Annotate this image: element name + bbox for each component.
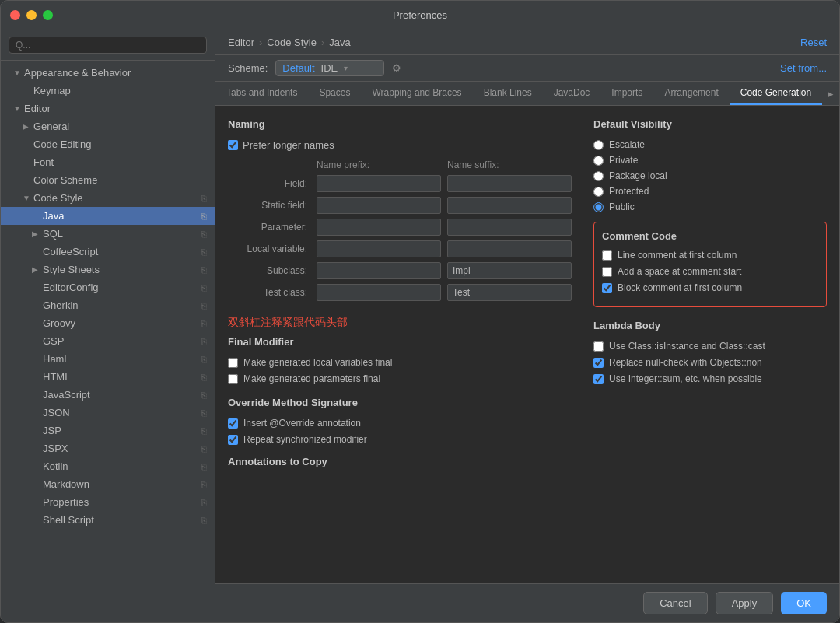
arrow-icon: ▼	[13, 104, 21, 113]
apply-button[interactable]: Apply	[716, 592, 774, 614]
block-comment-first-column-checkbox[interactable]	[602, 283, 612, 293]
visibility-escalate-radio[interactable]	[593, 140, 604, 150]
sidebar-item-appearance[interactable]: ▼ Appearance & Behavior	[1, 64, 215, 82]
sidebar-item-coffeescript[interactable]: CoffeeScript ⎘	[1, 243, 215, 261]
override-title: Override Method Signature	[228, 397, 575, 408]
visibility-public-radio[interactable]	[593, 202, 604, 212]
sidebar-item-jspx[interactable]: JSPX ⎘	[1, 439, 215, 457]
test-class-suffix-input[interactable]	[447, 284, 572, 301]
sidebar-item-javascript[interactable]: JavaScript ⎘	[1, 386, 215, 404]
sidebar-item-properties[interactable]: Properties ⎘	[1, 493, 215, 511]
sidebar-item-kotlin[interactable]: Kotlin ⎘	[1, 457, 215, 475]
final-local-variables-checkbox[interactable]	[228, 358, 238, 368]
visibility-private-radio[interactable]	[593, 156, 604, 166]
tab-more-button[interactable]: ▸	[822, 82, 839, 105]
chinese-annotation: 双斜杠注释紧跟代码头部	[228, 316, 575, 330]
static-field-prefix-input[interactable]	[317, 197, 441, 214]
reset-button[interactable]: Reset	[800, 37, 827, 48]
sidebar-item-gherkin[interactable]: Gherkin ⎘	[1, 296, 215, 314]
field-prefix-input[interactable]	[317, 175, 441, 192]
sidebar-item-editor[interactable]: ▼ Editor	[1, 100, 215, 117]
sidebar-item-label: Color Scheme	[33, 174, 97, 186]
visibility-radio-group: Escalate Private Package local Prot	[593, 139, 827, 212]
static-field-suffix-input[interactable]	[447, 197, 572, 214]
sidebar-item-markdown[interactable]: Markdown ⎘	[1, 475, 215, 493]
lambda-isinstance-checkbox[interactable]	[593, 341, 604, 352]
block-comment-first-column-label: Block comment at first column	[618, 282, 742, 293]
sidebar-item-haml[interactable]: Haml ⎘	[1, 350, 215, 368]
line-comment-first-column-checkbox[interactable]	[602, 250, 612, 261]
lambda-nullcheck-label: Replace null-check with Objects::non	[609, 357, 762, 368]
naming-title: Naming	[228, 118, 575, 130]
tabs-bar: Tabs and Indents Spaces Wrapping and Bra…	[215, 82, 839, 106]
sidebar-item-shell-script[interactable]: Shell Script ⎘	[1, 511, 215, 529]
final-parameters-checkbox[interactable]	[228, 374, 238, 384]
tab-imports[interactable]: Imports	[600, 82, 653, 105]
tab-code-generation[interactable]: Code Generation	[730, 82, 822, 105]
field-suffix-input[interactable]	[447, 175, 572, 192]
visibility-escalate-label: Escalate	[609, 139, 645, 150]
sidebar-item-editorconfig[interactable]: EditorConfig ⎘	[1, 278, 215, 296]
scheme-select[interactable]: Default IDE ▾	[275, 60, 384, 76]
visibility-protected-radio[interactable]	[593, 187, 604, 197]
ok-button[interactable]: OK	[781, 592, 827, 614]
close-button[interactable]	[10, 10, 20, 20]
tab-tabs-indents[interactable]: Tabs and Indents	[215, 82, 308, 105]
table-row: Field:	[228, 173, 575, 194]
sidebar-item-style-sheets[interactable]: ▶ Style Sheets ⎘	[1, 261, 215, 278]
lambda-integersum-checkbox[interactable]	[593, 374, 604, 384]
maximize-button[interactable]	[43, 10, 53, 20]
tab-wrapping[interactable]: Wrapping and Braces	[361, 82, 472, 105]
parameter-prefix-input[interactable]	[317, 219, 441, 236]
repeat-synchronized-checkbox[interactable]	[228, 435, 238, 445]
sidebar-item-label: Java	[43, 210, 64, 222]
sidebar-item-groovy[interactable]: Groovy ⎘	[1, 314, 215, 332]
tab-arrangement[interactable]: Arrangement	[653, 82, 729, 105]
add-space-comment-checkbox[interactable]	[602, 267, 612, 277]
local-variable-suffix-input[interactable]	[447, 240, 572, 257]
gear-icon[interactable]: ⚙	[392, 62, 401, 74]
test-class-prefix-input[interactable]	[317, 284, 441, 301]
cancel-button[interactable]: Cancel	[643, 592, 707, 614]
local-variable-prefix-input[interactable]	[317, 240, 441, 257]
sidebar-item-color-scheme[interactable]: Color Scheme	[1, 171, 215, 189]
sidebar-item-general[interactable]: ▶ General	[1, 117, 215, 135]
prefer-longer-names-checkbox[interactable]	[228, 140, 238, 150]
copy-icon: ⎘	[201, 301, 207, 310]
main-layout: ▼ Appearance & Behavior Keymap ▼ Editor …	[1, 30, 839, 622]
arrow-icon: ▼	[13, 68, 21, 77]
sidebar-item-code-style[interactable]: ▼ Code Style ⎘	[1, 189, 215, 207]
right-panel: Default Visibility Escalate Private P	[593, 118, 827, 571]
sidebar-item-jsp[interactable]: JSP ⎘	[1, 422, 215, 439]
sidebar-item-json[interactable]: JSON ⎘	[1, 404, 215, 422]
search-input[interactable]	[9, 37, 207, 54]
sidebar-item-font[interactable]: Font	[1, 153, 215, 171]
tab-javadoc[interactable]: JavaDoc	[543, 82, 601, 105]
tab-spaces[interactable]: Spaces	[308, 82, 361, 105]
subclass-suffix-input[interactable]	[447, 262, 572, 279]
titlebar: Preferences	[1, 1, 839, 30]
lambda-nullcheck-checkbox[interactable]	[593, 358, 604, 368]
tab-blank-lines[interactable]: Blank Lines	[473, 82, 543, 105]
repeat-synchronized-label: Repeat synchronized modifier	[243, 434, 367, 445]
override-annotation-checkbox[interactable]	[228, 418, 238, 429]
sidebar-item-keymap[interactable]: Keymap	[1, 82, 215, 100]
breadcrumb: Editor › Code Style › Java	[228, 37, 351, 48]
chevron-down-icon: ▾	[344, 64, 348, 72]
visibility-package-local-radio[interactable]	[593, 171, 604, 181]
set-from-button[interactable]: Set from...	[780, 62, 827, 74]
sidebar-item-sql[interactable]: ▶ SQL ⎘	[1, 225, 215, 243]
sidebar-item-code-editing[interactable]: Code Editing	[1, 135, 215, 153]
sidebar-item-java[interactable]: Java ⎘	[1, 207, 215, 225]
breadcrumb-bar: Editor › Code Style › Java Reset	[215, 30, 839, 55]
sidebar-item-gsp[interactable]: GSP ⎘	[1, 332, 215, 350]
left-panel: Naming Prefer longer names Name prefix: …	[228, 118, 575, 571]
copy-icon: ⎘	[201, 265, 207, 275]
subclass-prefix-input[interactable]	[317, 262, 441, 279]
name-suffix-header: Name suffix:	[447, 159, 499, 170]
parameter-suffix-input[interactable]	[447, 219, 572, 236]
breadcrumb-sep1: ›	[259, 37, 262, 48]
sidebar-item-html[interactable]: HTML ⎘	[1, 368, 215, 386]
prefer-longer-names-label: Prefer longer names	[243, 139, 334, 151]
minimize-button[interactable]	[26, 10, 37, 20]
